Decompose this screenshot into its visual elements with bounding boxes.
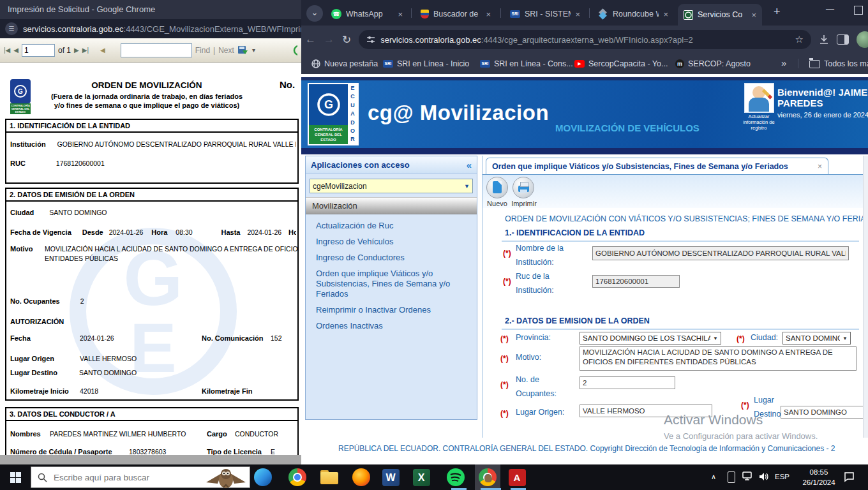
sidebar-item-actualizacion-ruc[interactable]: Actualización de Ruc	[316, 221, 472, 231]
tray-device-icon[interactable]	[728, 471, 735, 483]
content-tab[interactable]: Orden que implique Viáticos y/o Subsiste…	[486, 158, 828, 175]
taskbar-clock[interactable]: 08:55 26/1/2024	[799, 467, 839, 487]
nuevo-button[interactable]	[486, 177, 508, 198]
form-section-2-title: 2.- DATOS DE EMISION DE LA ORDEN	[505, 316, 650, 325]
sidebar-item-orden-viaticos[interactable]: Orden que implique Viáticos y/o Subsiste…	[316, 269, 464, 299]
sidebar-item-ordenes-inactivas[interactable]: Ordenes Inactivas	[316, 321, 472, 331]
tab-whatsapp[interactable]: ☎ WhatsApp ×	[326, 4, 408, 24]
lugar-destino-input[interactable]	[781, 406, 864, 419]
close-tab-icon[interactable]: ×	[575, 10, 580, 19]
svg-text:G: G	[18, 88, 23, 95]
avatar-caption[interactable]: Actualizar información de registro	[738, 114, 780, 131]
address-bar[interactable]: ☰ servicios.contraloria.gob.ec:4443/CGE_…	[0, 19, 301, 38]
reload-icon[interactable]: ↻	[342, 33, 351, 47]
tab-sri[interactable]: SRI SRI - SISTEMA ×	[504, 4, 586, 24]
site-info-icon[interactable]: ☰	[5, 22, 18, 35]
taskbar-firefox[interactable]	[348, 464, 374, 490]
page-number-input[interactable]	[22, 44, 55, 57]
ciudad-select[interactable]: SANTO DOMINGO▼	[782, 332, 851, 345]
refresh-icon[interactable]	[291, 45, 297, 56]
tray-chevron-up-icon[interactable]: ∧	[711, 473, 716, 481]
site-info-icon[interactable]	[366, 36, 375, 43]
find-input[interactable]	[121, 43, 192, 57]
bookmark-sercopcapacita[interactable]: ▶ SercopCapacita - Yo...	[574, 58, 668, 70]
tab-buscador[interactable]: Buscador de ×	[415, 4, 497, 24]
session-date: viernes, 26 de enero de 2024	[777, 111, 868, 119]
bookmark-star-icon[interactable]: ☆	[795, 34, 804, 45]
browser-toolbar: ← → ↻ servicios.contraloria.gob.ec:4443/…	[301, 26, 868, 54]
taskbar-acrobat[interactable]: A	[504, 464, 530, 490]
taskbar-spotify[interactable]	[443, 464, 468, 490]
bookmarks-overflow-icon[interactable]: »	[781, 57, 786, 68]
doc-subtitle-2: y/o fines de semana o que implique el pa…	[26, 101, 268, 109]
back-icon[interactable]: ←	[305, 33, 316, 46]
search-input[interactable]	[52, 472, 183, 483]
first-page-icon[interactable]: |◀	[4, 47, 10, 54]
taskbar-chrome-active[interactable]	[475, 464, 500, 490]
close-tab-icon[interactable]: ×	[751, 10, 756, 20]
forward-icon[interactable]: →	[324, 33, 334, 46]
start-button[interactable]	[0, 464, 31, 490]
close-tab-icon[interactable]: ×	[398, 10, 403, 19]
sidebar-item-ingreso-conductores[interactable]: Ingreso de Conductores	[316, 253, 472, 263]
tab-search-button[interactable]: ⌄	[306, 5, 323, 22]
new-tab-icon[interactable]: +	[774, 5, 781, 19]
back-to-parent-icon[interactable]: ◀	[100, 47, 105, 54]
action-center-icon[interactable]	[844, 471, 855, 482]
minimize-icon[interactable]: —	[826, 4, 834, 13]
tab-roundcube[interactable]: Roundcube W ×	[592, 4, 674, 24]
sidebar-item-ingreso-vehiculos[interactable]: Ingreso de Vehículos	[316, 237, 472, 247]
bookmark-sri-consultas[interactable]: SRI SRI en Línea - Cons...	[480, 58, 573, 70]
bookmark-nueva-pestana[interactable]: Nueva pestaña	[311, 58, 378, 70]
firefox-icon	[352, 468, 370, 486]
close-tab-icon[interactable]: ×	[486, 10, 491, 19]
user-avatar[interactable]	[744, 83, 774, 113]
vertical-scrollbar[interactable]	[863, 156, 868, 438]
sidebar-menu: Actualización de Ruc Ingreso de Vehículo…	[306, 214, 477, 331]
ocupantes-input[interactable]	[580, 376, 675, 389]
last-page-icon[interactable]: ▶|	[82, 47, 89, 54]
language-indicator[interactable]: ESP	[775, 473, 789, 480]
profile-avatar[interactable]	[857, 31, 868, 48]
required-marker: (*)	[503, 277, 511, 286]
collapse-sidebar-icon[interactable]: «	[467, 160, 472, 170]
url-bar[interactable]: servicios.contraloria.gob.ec:4443/cge_ar…	[359, 30, 811, 49]
find-separator: |	[213, 46, 215, 55]
logo-ecuador-strip: ECUADOR	[348, 84, 357, 144]
ruc-institucion-input[interactable]	[592, 275, 680, 288]
provincia-select[interactable]: SANTO DOMINGO DE LOS TSACHILAS▼	[580, 332, 721, 345]
download-icon[interactable]	[819, 34, 829, 45]
maximize-icon[interactable]	[854, 6, 863, 15]
cge-app: G CONTRALORÍA GENERAL DEL ESTADO ECUADOR…	[301, 74, 868, 464]
sidebar-group-movilizacion[interactable]: Movilización	[306, 197, 477, 214]
find-button[interactable]: Find	[195, 46, 210, 55]
next-page-icon[interactable]: ▶	[74, 47, 79, 54]
taskbar-word[interactable]: W	[378, 464, 403, 490]
taskbar-explorer[interactable]	[317, 464, 342, 490]
tab-servicios-active[interactable]: Servicios Co ×	[678, 4, 762, 26]
taskbar-chrome[interactable]	[285, 464, 310, 490]
sidebar-item-reimprimir[interactable]: Reimprimir o Inactivar Ordenes	[316, 305, 472, 315]
tray-network-icon[interactable]	[742, 471, 754, 482]
application-dropdown[interactable]: cgeMovilizacion ▼	[310, 179, 473, 193]
bookmark-sri-inicio[interactable]: SRI SRI en Línea - Inicio	[383, 58, 469, 70]
nombre-institucion-input[interactable]	[592, 246, 849, 260]
taskbar-edge[interactable]	[250, 464, 276, 490]
close-content-tab-icon[interactable]: ×	[818, 162, 822, 171]
taskbar-excel[interactable]: X	[408, 464, 434, 490]
imprimir-button[interactable]	[513, 177, 534, 198]
sri-icon: SRI	[383, 60, 393, 68]
required-marker: (*)	[503, 249, 511, 258]
bookmark-all-bookmarks[interactable]: Todos los ma	[809, 58, 868, 70]
export-menu-icon[interactable]: ▾	[252, 47, 255, 54]
taskbar-search[interactable]	[31, 466, 250, 488]
tray-volume-icon[interactable]	[758, 471, 770, 482]
prev-page-icon[interactable]: ◀	[13, 47, 19, 54]
export-icon[interactable]	[237, 45, 249, 56]
side-panel-icon[interactable]	[837, 34, 849, 45]
motivo-textarea[interactable]: MOVILIZACIÓN HACIA L ACIUDAD DE SANTO DO…	[580, 346, 857, 371]
chevron-down-icon: ▼	[464, 183, 470, 189]
close-tab-icon[interactable]: ×	[663, 10, 668, 19]
find-next-button[interactable]: Next	[218, 46, 234, 55]
bookmark-sercop-agosto[interactable]: m SERCOP: Agosto	[675, 58, 751, 70]
